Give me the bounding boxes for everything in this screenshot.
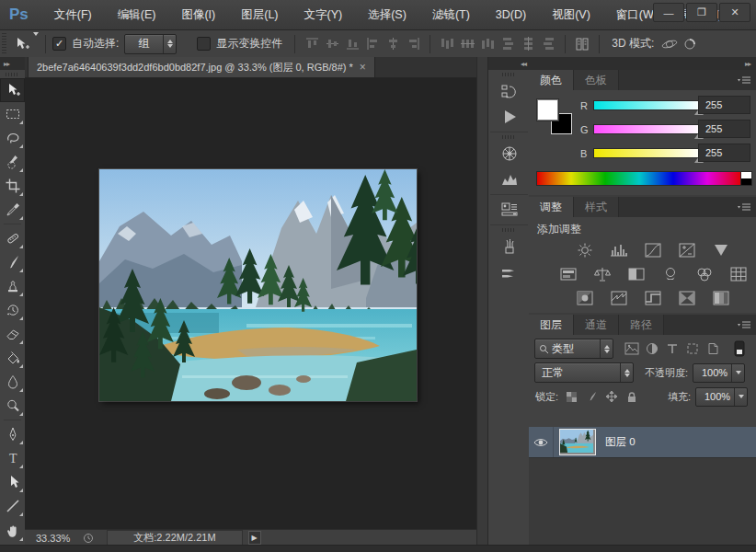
red-slider[interactable] — [593, 100, 702, 110]
navigator-panel-icon[interactable] — [488, 141, 530, 167]
3d-roll-icon[interactable] — [682, 36, 698, 52]
panel-menu-icon[interactable] — [737, 75, 751, 86]
align-right-edges-icon[interactable] — [405, 36, 421, 52]
lock-image-icon[interactable] — [582, 388, 601, 405]
blue-value-field[interactable]: 255 — [698, 144, 750, 162]
align-vertical-centers-icon[interactable] — [324, 36, 340, 52]
menu-item-filter[interactable]: 滤镜(T) — [419, 0, 483, 29]
strip-grip[interactable] — [502, 73, 516, 76]
curves-icon[interactable] — [641, 241, 665, 259]
filter-adjustment-layers-icon[interactable] — [643, 340, 661, 357]
vibrance-icon[interactable] — [709, 241, 733, 259]
menu-item-file[interactable]: 文件(F) — [41, 0, 105, 29]
distribute-left-edges-icon[interactable] — [499, 36, 516, 52]
menu-item-3d[interactable]: 3D(D) — [483, 0, 539, 29]
filter-toggle-switch[interactable] — [730, 340, 749, 357]
toolbar-grip[interactable] — [6, 73, 19, 76]
status-zoom-value[interactable]: 33.33% — [36, 533, 70, 544]
type-tool[interactable]: T — [0, 446, 25, 470]
green-value-field[interactable]: 255 — [698, 120, 750, 138]
status-doc-info[interactable]: 文档:2.22M/2.21M — [107, 530, 242, 546]
invert-icon[interactable] — [573, 289, 597, 307]
filter-shape-layers-icon[interactable] — [683, 340, 702, 357]
posterize-icon[interactable] — [607, 289, 631, 307]
show-transform-checkbox[interactable] — [197, 37, 211, 51]
status-flyout-button[interactable]: ▶ — [248, 531, 261, 545]
tab-color[interactable]: 颜色 — [529, 70, 574, 90]
opacity-dropdown[interactable]: 100% — [693, 363, 745, 383]
tab-layers[interactable]: 图层 — [529, 315, 574, 335]
actions-panel-icon[interactable] — [488, 104, 530, 130]
auto-select-target-dropdown[interactable]: 组 — [124, 34, 177, 54]
spectrum-end-swatches[interactable] — [740, 171, 752, 186]
strip-grip[interactable] — [502, 228, 516, 232]
distribute-bottom-edges-icon[interactable] — [479, 36, 496, 52]
lock-all-icon[interactable] — [623, 388, 641, 405]
green-slider[interactable] — [593, 124, 702, 134]
layer-row-0[interactable]: 图层 0 — [529, 427, 756, 458]
auto-select-checkbox[interactable]: ✓ — [52, 37, 66, 51]
distribute-horizontal-centers-icon[interactable] — [520, 36, 536, 52]
strip-expand-button[interactable]: ◂◂ — [488, 57, 530, 70]
levels-icon[interactable] — [607, 241, 631, 259]
canvas[interactable] — [25, 78, 476, 529]
options-bar-grip[interactable] — [2, 33, 6, 55]
pen-tool[interactable] — [0, 422, 25, 446]
clone-stamp-tool[interactable] — [0, 274, 25, 298]
color-lookup-icon[interactable] — [727, 265, 750, 283]
eyedropper-tool[interactable] — [0, 198, 25, 222]
blur-tool[interactable] — [0, 370, 25, 394]
foreground-background-swatches[interactable] — [537, 99, 572, 134]
exposure-icon[interactable] — [675, 241, 699, 259]
document-tab[interactable]: 2befe7a64640639f3dd2df6bd0bd82f7.jpg @ 3… — [28, 57, 375, 77]
panel-menu-icon[interactable] — [737, 319, 751, 330]
align-bottom-edges-icon[interactable] — [344, 36, 361, 52]
align-left-edges-icon[interactable] — [364, 36, 381, 52]
3d-orbit-icon[interactable] — [661, 36, 678, 52]
brush-panel-icon[interactable] — [488, 259, 530, 285]
menu-item-image[interactable]: 图像(I) — [168, 0, 228, 29]
menu-item-layer[interactable]: 图层(L) — [228, 0, 291, 29]
distribute-top-edges-icon[interactable] — [439, 36, 455, 52]
eraser-tool[interactable] — [0, 322, 25, 346]
align-horizontal-centers-icon[interactable] — [384, 36, 401, 52]
maximize-button[interactable]: ❐ — [686, 3, 717, 22]
distribute-vertical-centers-icon[interactable] — [459, 36, 475, 52]
layer-filter-dropdown[interactable]: 类型 — [534, 339, 613, 359]
lock-position-icon[interactable] — [602, 388, 621, 405]
hue-saturation-icon[interactable] — [556, 265, 580, 283]
history-brush-tool[interactable] — [0, 298, 25, 322]
layer-name[interactable]: 图层 0 — [605, 435, 636, 449]
layer-thumbnail[interactable] — [559, 429, 596, 455]
panel-menu-icon[interactable] — [737, 201, 751, 213]
gradient-map-icon[interactable] — [675, 289, 699, 307]
move-tool[interactable] — [0, 78, 25, 102]
minimize-button[interactable]: — — [653, 3, 684, 22]
toolbar-collapse-button[interactable]: ▸▸ — [0, 57, 25, 70]
rectangular-marquee-tool[interactable] — [0, 102, 25, 126]
path-selection-tool[interactable] — [0, 470, 25, 494]
filter-smart-objects-icon[interactable] — [704, 340, 722, 357]
layer-visibility-toggle[interactable] — [529, 427, 554, 457]
color-balance-icon[interactable] — [590, 265, 614, 283]
red-value-field[interactable]: 255 — [698, 96, 750, 114]
menu-item-type[interactable]: 文字(Y) — [292, 0, 356, 29]
fill-dropdown[interactable]: 100% — [695, 387, 748, 407]
channel-mixer-icon[interactable] — [693, 265, 716, 283]
move-tool-preset-icon[interactable] — [13, 36, 31, 52]
brightness-contrast-icon[interactable] — [573, 241, 597, 259]
tab-close-icon[interactable]: × — [360, 61, 366, 74]
tab-paths[interactable]: 路径 — [619, 315, 664, 335]
filter-type-layers-icon[interactable] — [663, 340, 682, 357]
distribute-right-edges-icon[interactable] — [540, 36, 556, 52]
line-tool[interactable] — [0, 494, 25, 518]
lock-transparency-icon[interactable] — [562, 388, 580, 405]
strip-grip[interactable] — [502, 135, 516, 139]
lasso-tool[interactable] — [0, 126, 25, 150]
quick-selection-tool[interactable] — [0, 150, 25, 174]
crop-tool[interactable] — [0, 174, 25, 198]
filter-pixel-layers-icon[interactable] — [623, 340, 641, 357]
blend-mode-dropdown[interactable]: 正常 — [534, 362, 634, 383]
brush-presets-panel-icon[interactable] — [488, 234, 530, 259]
history-panel-icon[interactable] — [488, 78, 530, 104]
